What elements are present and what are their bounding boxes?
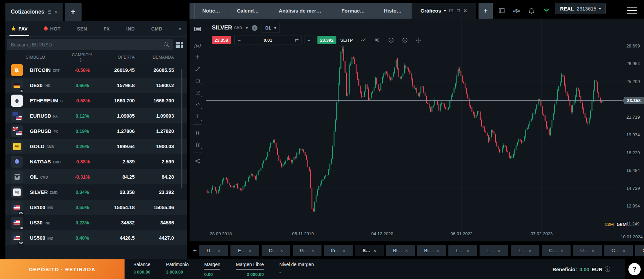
add-order-icon[interactable]: + [192,52,203,63]
watchlist-tab-more[interactable]: » [179,21,182,36]
indicators-fx-icon[interactable]: f(x) [192,40,203,51]
chart-style-icon[interactable] [192,23,203,35]
fibonacci-icon[interactable] [192,87,203,98]
chart-tab-0[interactable]: D…× [199,245,228,256]
chart-tab-11[interactable]: C…× [542,245,571,256]
close-icon[interactable]: × [374,248,376,253]
ask-price[interactable]: 1.09093 [137,113,177,119]
maximize-icon[interactable] [48,11,51,14]
watchlist-tab-fx[interactable]: FX [104,21,110,36]
chart-tab-7[interactable]: BI…× [417,245,446,256]
shapes-icon[interactable] [192,75,203,86]
chart-tab-2[interactable]: O…× [262,245,290,256]
close-icon[interactable]: × [218,248,221,253]
help-button[interactable]: ? [628,263,641,275]
bid-price[interactable]: 4426.5 [95,235,137,241]
close-icon[interactable]: × [280,248,283,253]
search-input[interactable] [7,39,173,50]
info-icon[interactable]: i [605,266,610,272]
close-icon[interactable]: × [529,248,532,253]
quote-row-us30[interactable]: 30US30IND0.23%3458234586 [5,215,187,230]
zoom-out-icon[interactable] [388,37,394,43]
watchlist-tab-ind[interactable]: IND [126,21,135,36]
tab-anlisisdemer[interactable]: Análisis de mer… [268,3,332,19]
watchlist-tab-cmd[interactable]: CMD [151,21,162,36]
bid-price[interactable]: 84.25 [95,174,137,180]
ask-price[interactable]: 26085.55 [137,67,177,73]
quote-row-us100[interactable]: 100US100IND0.55%15054.1815055.36 [5,200,187,215]
close-icon[interactable]: × [498,248,501,253]
tab-graficos[interactable]: Gráficos ▾ × [412,3,476,19]
close-icon[interactable]: × [343,248,346,253]
zoom-in-icon[interactable] [402,37,408,43]
close-icon[interactable]: × [592,248,594,253]
volume-decrease-button[interactable]: − [235,37,244,43]
wifi-icon[interactable] [542,7,550,14]
ask-price[interactable]: 84.28 [137,174,177,180]
bid-price[interactable]: 1660.700 [95,98,137,103]
tab-calend[interactable]: Calend… [228,3,268,19]
bid-price[interactable]: 1899.64 [95,144,137,149]
quote-row-silver[interactable]: AgSILVERCMD0.34%23.35823.392 [5,184,187,200]
add-chart-tab-button[interactable]: + [193,245,197,256]
buy-button[interactable]: 23.392 [317,36,336,44]
watchlist-tab-sen[interactable]: SEN [77,21,87,36]
watchlist-tab-hot[interactable]: HOT [44,21,60,36]
menu-icon[interactable] [627,7,637,14]
sell-button[interactable]: 23.358 [212,36,231,44]
volume-value[interactable]: 0.01 [244,38,292,43]
quote-row-us500[interactable]: 500US500IND0.40%4426.54427.0 [5,230,187,245]
quotes-scrollbar[interactable] [181,69,182,188]
volume-increase-button[interactable]: + [305,36,313,44]
chart-tab-3[interactable]: G…× [293,245,321,256]
bell-icon[interactable] [527,7,535,14]
time-axis[interactable]: 28.09.201805.11.201904.12.202006.01.2022… [206,230,623,241]
chart-tab-6[interactable]: BI…× [386,245,415,256]
bid-price[interactable]: 2.589 [95,159,137,164]
quote-row-gold[interactable]: AuGOLDCMD0.26%1899.641900.03 [5,139,187,154]
layout-icon[interactable] [497,7,506,14]
candlestick-icon[interactable] [374,37,380,43]
tab-formac[interactable]: Formac… [332,3,374,19]
bid-price[interactable]: 23.358 [95,190,137,195]
quote-row-bitcoin[interactable]: ฿BITCOINCRT-0.58%26019.4526085.55 [5,62,187,78]
quote-row-natgas[interactable]: NATGASCMD-0.88%2.5892.599 [5,154,187,169]
quote-row-oil[interactable]: OILCMD-0.31%84.2584.28 [5,169,187,184]
close-icon[interactable]: × [54,9,57,15]
layers-icon[interactable] [192,139,203,150]
price-axis[interactable]: 28.69926.95425.20921.71919.97418.22916.4… [623,19,644,230]
add-workspace-tab-button[interactable]: + [479,3,493,19]
line-chart-icon[interactable] [360,37,367,43]
move-icon[interactable] [416,37,422,43]
chart-tab-8[interactable]: L…× [448,245,477,256]
chart-tab-10[interactable]: L…× [511,245,539,256]
chart-tab-12[interactable]: U…× [573,245,602,256]
switch-units-icon[interactable]: ⇄ [292,37,302,43]
bid-price[interactable]: 1.27806 [95,128,137,134]
bid-price[interactable]: 34582 [95,220,137,225]
quote-row-de30[interactable]: 30DE30IND0.66%15798.815800.2 [5,78,187,93]
chevron-down-icon[interactable]: ▾ [246,26,248,30]
chart-tab-4[interactable]: Ib…× [324,245,353,256]
candlestick-chart[interactable] [206,19,623,230]
watchlist-tab-fav[interactable]: ★FAV [11,21,28,36]
share-icon[interactable] [192,155,203,166]
close-icon[interactable]: × [437,248,439,253]
close-icon[interactable]: × [249,248,252,253]
chart-tab-1[interactable]: E…× [230,245,259,256]
ask-price[interactable]: 2.599 [137,159,177,164]
close-icon[interactable]: × [623,248,625,253]
chart-tab-14[interactable]: C…× [635,245,644,256]
ask-price[interactable]: 15800.2 [137,83,177,88]
chart-tab-13[interactable]: C…× [604,245,633,256]
close-icon[interactable]: × [560,248,563,253]
bid-price[interactable]: 1.09085 [95,113,137,119]
sltp-button[interactable]: SL/TP [340,38,353,43]
chart-tab-5[interactable]: S…× [355,245,384,256]
elliott-waves-icon[interactable] [192,99,203,110]
close-icon[interactable]: × [467,248,469,253]
quotes-window-tab[interactable]: Cotizaciones × [5,3,63,21]
new-window-tab-button[interactable]: + [65,3,82,21]
tab-histo[interactable]: Histo… [374,3,412,19]
instrument-info-icon[interactable]: i [252,25,258,31]
